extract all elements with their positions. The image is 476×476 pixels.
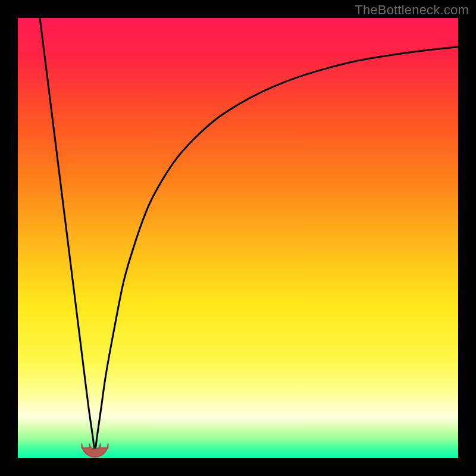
watermark-text: TheBottleneck.com [355, 2, 469, 18]
chart-frame: TheBottleneck.com [0, 0, 476, 476]
gradient-background [18, 18, 458, 458]
plot-area [18, 18, 458, 458]
bottleneck-chart [18, 18, 458, 458]
